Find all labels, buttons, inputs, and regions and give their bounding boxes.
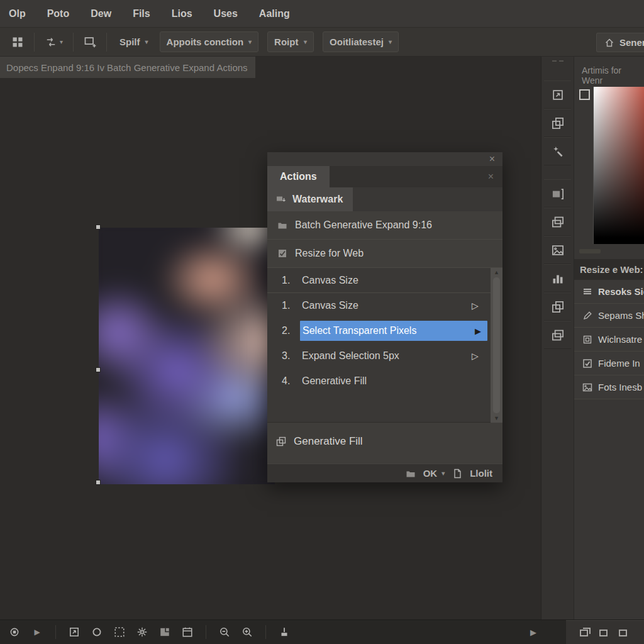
copy-squares-tool-button[interactable] <box>544 109 571 137</box>
menu-fils[interactable]: Fils <box>133 8 150 19</box>
step-label: Canvas Size <box>302 275 358 286</box>
chart-tool-button[interactable] <box>544 264 571 292</box>
export-icon <box>69 626 80 638</box>
zoom-in-button[interactable] <box>240 626 254 638</box>
new-file-icon[interactable] <box>452 469 462 479</box>
appoits-conction-dropdown[interactable]: Appoits conction ▾ <box>160 31 259 52</box>
roipt-dropdown[interactable]: Roipt ▾ <box>267 31 314 52</box>
color-checkbox[interactable] <box>579 89 590 100</box>
selection-handle-top-left[interactable] <box>96 225 101 230</box>
add-artboard-button[interactable] <box>80 33 100 51</box>
step-select-transparent-pixels[interactable]: 2. Select Transparent Pixels ▶ <box>267 318 502 343</box>
settings-flower-icon <box>136 626 148 638</box>
action-set-waterwark[interactable]: Waterwark <box>267 187 353 211</box>
panel-item-wiclnsatre[interactable]: Wiclnsatre <box>574 328 644 352</box>
image-adjust-tool-button[interactable] <box>544 236 571 264</box>
play-button[interactable]: ▶ <box>30 628 44 636</box>
breadcrumb-text: Dopecs Enpand 9:16 Iv Batch Generative E… <box>6 62 248 73</box>
window-single-icon[interactable] <box>599 630 608 636</box>
selection-handle-bottom-left[interactable] <box>96 480 101 485</box>
play-outline-icon[interactable]: ▷ <box>472 301 479 311</box>
step-canvas-size-b[interactable]: 1. Canvas Size ▷ <box>267 293 502 318</box>
step-number: 3. <box>282 350 290 362</box>
swap-frames-tool-button[interactable] <box>544 292 571 321</box>
action-group-batch-expand[interactable]: Batch Generative Expand 9:16 <box>267 211 502 240</box>
image-folder-button[interactable] <box>158 626 172 638</box>
transform-grid-button[interactable] <box>113 626 126 638</box>
actions-panel: × Actions × Waterwark Batch Generative E… <box>267 152 502 482</box>
calendar-button[interactable] <box>180 626 194 638</box>
resize-web-section-header: Resize e Web: <box>574 259 644 280</box>
artboard-icon <box>552 89 564 101</box>
document-canvas-image[interactable] <box>99 228 275 484</box>
step-label: Expand Selection 5px <box>302 350 399 362</box>
step-canvas-size-a[interactable]: 1. Canvas Size <box>267 268 502 293</box>
menu-bar: Olp Poto Dew Fils Lios Uses Aaling <box>0 0 644 28</box>
duplicate-window-tool-button[interactable] <box>544 321 571 349</box>
roipt-dropdown-label: Roipt <box>274 36 298 47</box>
window-cascade-icon[interactable] <box>580 630 588 636</box>
play-button-secondary[interactable]: ▶ <box>530 628 536 637</box>
scrollbar-thumb[interactable] <box>493 277 500 413</box>
panel-item-fideme-in[interactable]: Fideme In <box>574 352 644 375</box>
magic-wand-tool-button[interactable] <box>544 137 571 165</box>
ok-button-label: OK <box>423 468 438 479</box>
bottom-right-bar <box>566 620 644 644</box>
overlap-squares-tool-button[interactable] <box>544 208 571 236</box>
magic-wand-icon <box>552 145 564 158</box>
menu-poto[interactable]: Poto <box>47 8 70 19</box>
menu-aaling[interactable]: Aaling <box>259 8 290 19</box>
ok-dropdown-button[interactable]: OK ▾ <box>423 468 445 479</box>
import-image-tool-button[interactable] <box>544 179 571 208</box>
export-button[interactable] <box>67 626 81 638</box>
checked-square-icon <box>277 248 287 258</box>
tab-actions[interactable]: Actions <box>267 166 330 187</box>
seneri-home-button[interactable]: Seneri <box>596 33 644 52</box>
actions-panel-titlebar[interactable]: × <box>267 152 502 166</box>
panel-item-sepams-sh[interactable]: Sepams Sh <box>574 304 644 328</box>
action-set-label: Waterwark <box>292 194 343 205</box>
step-number: 4. <box>282 375 290 387</box>
close-icon[interactable]: × <box>489 154 495 164</box>
ooitliatestej-dropdown[interactable]: Ooitliatestej ▾ <box>323 31 399 52</box>
menu-lios[interactable]: Lios <box>172 8 192 19</box>
folder-icon[interactable] <box>406 469 416 479</box>
spilf-dropdown[interactable]: Spilf ▾ <box>113 32 155 52</box>
selected-step-highlight[interactable]: Select Transparent Pixels ▶ <box>300 321 487 341</box>
llolit-button[interactable]: Llolit <box>470 468 492 479</box>
menu-dew[interactable]: Dew <box>91 8 111 19</box>
divider <box>265 625 266 639</box>
scrollbar[interactable]: ▲ ▼ <box>491 268 502 423</box>
scroll-down-icon[interactable]: ▼ <box>494 415 499 421</box>
scroll-up-icon[interactable]: ▲ <box>494 269 499 275</box>
dock-grip[interactable] <box>541 57 574 65</box>
transform-tool-button[interactable]: ▾ <box>41 33 67 51</box>
step-expand-selection[interactable]: 3. Expand Selection 5px ▷ <box>267 343 502 369</box>
image-icon <box>582 382 592 392</box>
color-picker-gradient[interactable] <box>593 87 644 244</box>
zoom-out-button[interactable] <box>218 626 231 638</box>
panel-item-fots-inesb[interactable]: Fots Inesb <box>574 375 644 399</box>
play-outline-icon[interactable]: ▷ <box>472 351 479 361</box>
panel-item-resoks-sie[interactable]: Resoks Sie <box>574 280 644 304</box>
pen-icon <box>582 311 592 321</box>
menu-uses[interactable]: Uses <box>214 8 238 19</box>
artboard-tool-button[interactable] <box>544 80 571 109</box>
ooitliatestej-dropdown-label: Ooitliatestej <box>330 36 384 47</box>
app-grid-logo-icon[interactable] <box>8 33 28 51</box>
window-single-icon[interactable] <box>619 630 627 636</box>
step-generative-fill[interactable]: 4. Generative Fill <box>267 369 502 394</box>
panel-item-label: Sepams Sh <box>598 310 644 321</box>
generative-fill-row[interactable]: Generative Fill <box>267 427 502 456</box>
scale-button[interactable] <box>277 626 291 638</box>
options-bar: ▾ Spilf ▾ Appoits conction ▾ Roipt ▾ Ooi… <box>0 28 644 57</box>
home-button-label: Seneri <box>619 37 644 48</box>
close-icon[interactable]: × <box>488 172 494 182</box>
ellipse-button[interactable] <box>90 626 104 638</box>
menu-olp[interactable]: Olp <box>9 8 26 19</box>
settings-button[interactable] <box>135 626 149 638</box>
record-button[interactable] <box>8 626 21 638</box>
play-filled-icon[interactable]: ▶ <box>475 326 481 336</box>
selection-handle-mid-left[interactable] <box>96 367 101 372</box>
action-group-resize-web[interactable]: Resize for Web <box>267 240 502 268</box>
